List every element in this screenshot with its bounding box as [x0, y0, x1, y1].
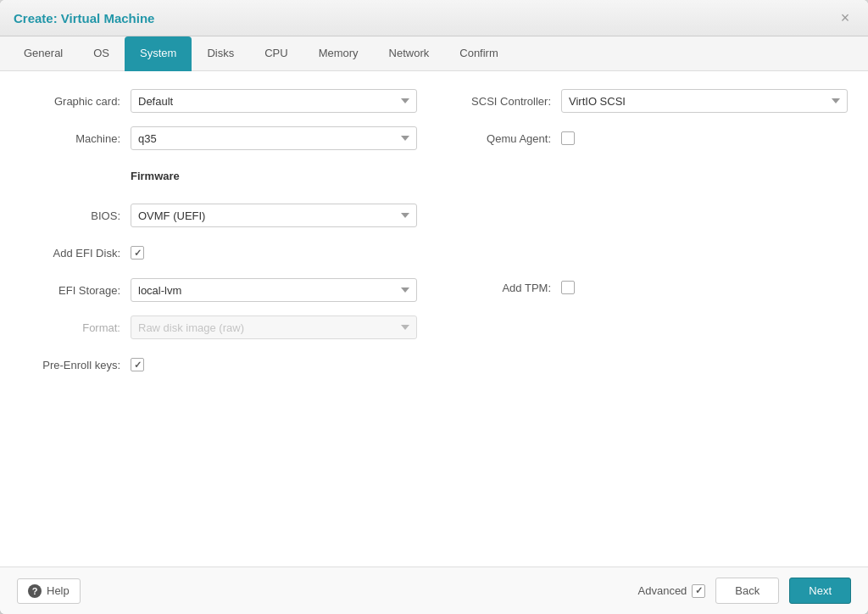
spacer-row-3	[451, 237, 848, 263]
spacer-row-2	[451, 200, 848, 226]
add-efi-disk-checkbox[interactable]	[131, 246, 144, 260]
pre-enroll-keys-label: Pre-Enroll keys:	[20, 359, 131, 371]
close-button[interactable]: ×	[836, 8, 854, 27]
spacer-row	[451, 163, 848, 188]
graphic-card-label: Graphic card:	[20, 95, 131, 108]
tab-os[interactable]: OS	[78, 36, 125, 71]
tab-general[interactable]: General	[8, 36, 78, 71]
add-efi-disk-checkbox-wrap[interactable]	[131, 246, 144, 260]
dialog-title: Create: Virtual Machine	[14, 11, 154, 25]
machine-select[interactable]: q35 i440fx	[131, 126, 417, 150]
add-tpm-label: Add TPM:	[451, 282, 561, 294]
advanced-wrap: Advanced	[638, 584, 706, 598]
tab-disks[interactable]: Disks	[192, 36, 249, 71]
help-button[interactable]: ? Help	[17, 578, 81, 604]
next-button[interactable]: Next	[789, 578, 851, 604]
machine-label: Machine:	[20, 132, 131, 145]
scsi-controller-row: SCSI Controller: VirtIO SCSI LSI 53C895A…	[451, 88, 848, 114]
graphic-card-row: Graphic card: Default none std cirrus vm…	[20, 88, 417, 114]
bios-label: BIOS:	[20, 209, 131, 222]
form-grid: Graphic card: Default none std cirrus vm…	[20, 88, 848, 389]
back-button[interactable]: Back	[715, 578, 779, 604]
advanced-label: Advanced	[638, 584, 687, 597]
firmware-heading: Firmware	[131, 170, 180, 182]
qemu-agent-row: Qemu Agent:	[451, 126, 848, 151]
tab-memory[interactable]: Memory	[303, 36, 374, 71]
bios-row: BIOS: OVMF (UEFI) SeaBIOS	[20, 203, 417, 228]
title-bar: Create: Virtual Machine ×	[0, 0, 868, 36]
left-column: Graphic card: Default none std cirrus vm…	[20, 88, 417, 389]
pre-enroll-keys-row: Pre-Enroll keys:	[20, 352, 417, 377]
add-efi-disk-row: Add EFI Disk:	[20, 240, 417, 265]
tab-system[interactable]: System	[125, 36, 192, 71]
efi-storage-label: EFI Storage:	[20, 284, 131, 297]
add-tpm-checkbox-wrap[interactable]	[561, 281, 575, 294]
scsi-controller-label: SCSI Controller:	[451, 95, 561, 108]
efi-storage-select[interactable]: local-lvm local	[131, 278, 417, 302]
firmware-heading-row: Firmware	[20, 163, 417, 191]
format-select: Raw disk image (raw)	[131, 315, 417, 339]
add-efi-disk-label: Add EFI Disk:	[20, 247, 131, 260]
add-tpm-row: Add TPM:	[451, 275, 848, 300]
footer: ? Help Advanced Back Next	[0, 567, 868, 614]
footer-right: Advanced Back Next	[638, 578, 851, 604]
format-row: Format: Raw disk image (raw)	[20, 315, 417, 340]
format-label: Format:	[20, 321, 131, 334]
qemu-agent-checkbox[interactable]	[561, 131, 575, 145]
help-label: Help	[47, 584, 70, 597]
pre-enroll-keys-checkbox-wrap[interactable]	[131, 358, 144, 371]
scsi-controller-select[interactable]: VirtIO SCSI LSI 53C895A MegaRAID SAS 870…	[561, 89, 848, 113]
efi-storage-row: EFI Storage: local-lvm local	[20, 277, 417, 303]
help-icon: ?	[28, 584, 42, 598]
qemu-agent-label: Qemu Agent:	[451, 132, 561, 145]
machine-row: Machine: q35 i440fx	[20, 126, 417, 151]
tab-bar: General OS System Disks CPU Memory Netwo…	[0, 36, 868, 71]
create-vm-dialog: Create: Virtual Machine × General OS Sys…	[0, 0, 868, 614]
qemu-agent-checkbox-wrap[interactable]	[561, 131, 575, 145]
add-tpm-checkbox[interactable]	[561, 281, 575, 294]
tab-network[interactable]: Network	[374, 36, 445, 71]
bios-select[interactable]: OVMF (UEFI) SeaBIOS	[131, 204, 417, 227]
graphic-card-select[interactable]: Default none std cirrus vmware qxl virti…	[131, 89, 417, 113]
tab-cpu[interactable]: CPU	[249, 36, 303, 71]
pre-enroll-keys-checkbox[interactable]	[131, 358, 144, 371]
tab-confirm[interactable]: Confirm	[444, 36, 514, 71]
right-column: SCSI Controller: VirtIO SCSI LSI 53C895A…	[451, 88, 848, 389]
advanced-checkbox[interactable]	[692, 584, 705, 598]
form-content: Graphic card: Default none std cirrus vm…	[0, 71, 868, 567]
